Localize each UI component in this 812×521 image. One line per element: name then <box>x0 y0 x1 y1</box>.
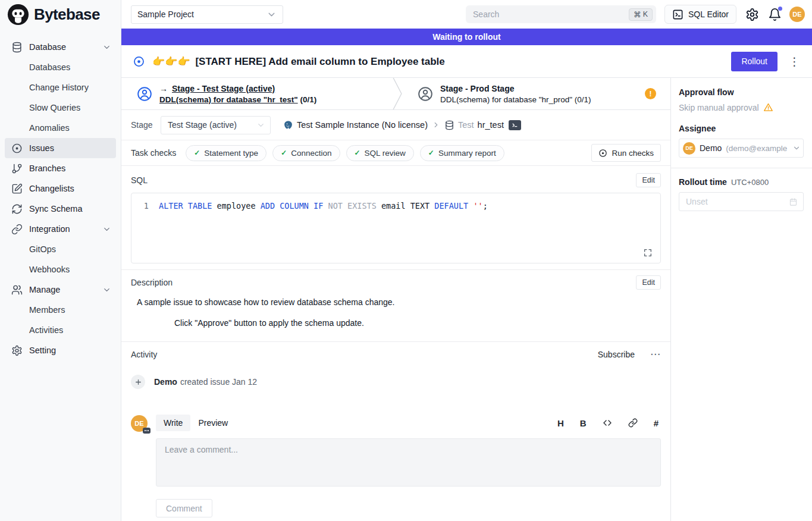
rollout-time-label: Rollout time <box>679 177 727 187</box>
sidebar-item-label: Members <box>29 305 65 315</box>
global-search[interactable]: ⌘ K <box>466 5 656 23</box>
stage-pipeline: → Stage - Test Stage (active) DDL(schema… <box>121 78 670 110</box>
sidebar-item-activities[interactable]: Activities <box>5 320 116 340</box>
subscribe-button[interactable]: Subscribe <box>598 350 635 359</box>
stage-task: DDL(schema) for database "hr_prod" <box>440 95 572 104</box>
stage-warning-badge: ! <box>645 88 656 99</box>
sync-icon <box>11 203 23 215</box>
stage-select[interactable]: Test Stage (active) <box>161 116 271 134</box>
sql-token: ADD COLUMN IF <box>261 200 324 212</box>
expand-fullscreen-icon[interactable] <box>643 248 653 258</box>
topbar-right: ⌘ K SQL Editor DE <box>466 5 805 24</box>
issue-header: 👉👉👉 [START HERE] Add email column to Emp… <box>121 45 812 78</box>
search-input[interactable] <box>473 10 629 19</box>
sidebar-item-webhooks[interactable]: Webhooks <box>5 259 116 280</box>
sidebar-item-label: Issues <box>29 143 54 153</box>
sql-edit-button[interactable]: Edit <box>636 173 661 187</box>
instance-name[interactable]: Test Sample Instance (No license) <box>297 120 428 130</box>
chevron-right-icon <box>432 121 440 129</box>
check-sql-review[interactable]: ✓SQL review <box>346 145 414 161</box>
sql-token <box>323 200 328 212</box>
project-selector[interactable]: Sample Project <box>131 5 283 24</box>
database-icon <box>11 42 23 53</box>
sidebar-item-label: Integration <box>29 224 70 234</box>
brand-name: Bytebase <box>34 5 100 24</box>
approval-flow-value: Skip manual approval <box>679 103 759 112</box>
circle-dot-icon <box>11 143 23 154</box>
assignee-email: (demo@example <box>726 144 788 153</box>
stage-select-value: Test Stage (active) <box>168 120 237 130</box>
more-horizontal-icon[interactable]: ⋯ <box>650 348 661 360</box>
sidebar-item-integration[interactable]: Integration <box>5 219 116 239</box>
sidebar-item-label: Branches <box>29 164 65 173</box>
sidebar-item-label: Database <box>29 42 66 52</box>
task-check-pills: ✓Statement type ✓Connection ✓SQL review … <box>186 145 504 161</box>
sidebar-item-label: Slow Queries <box>29 103 80 112</box>
sidebar-item-label: Webhooks <box>29 265 70 274</box>
sql-token: ; <box>483 200 488 212</box>
bytebase-logo-icon <box>7 4 29 26</box>
heading-icon[interactable]: H <box>557 418 564 428</box>
comment-avatar: DE <box>131 415 148 432</box>
settings-gear-button[interactable] <box>745 8 759 21</box>
sql-token: ALTER TABLE <box>159 200 212 212</box>
bold-icon[interactable]: B <box>580 418 587 428</box>
rollout-button[interactable]: Rollout <box>731 52 777 71</box>
run-checks-button[interactable]: Run checks <box>591 144 661 162</box>
check-statement-type[interactable]: ✓Statement type <box>186 145 267 161</box>
sidebar-item-manage[interactable]: Manage <box>5 280 116 300</box>
open-sql-editor-icon[interactable] <box>509 120 521 130</box>
pipeline-stage-test[interactable]: → Stage - Test Stage (active) DDL(schema… <box>121 78 393 109</box>
tab-preview[interactable]: Preview <box>190 415 236 431</box>
comment-input[interactable] <box>156 438 661 487</box>
sidebar-item-database[interactable]: Database <box>5 37 116 57</box>
sidebar-item-gitops[interactable]: GitOps <box>5 239 116 259</box>
gear-icon <box>11 345 23 356</box>
sidebar-item-label: Anomalies <box>29 123 70 133</box>
sidebar-item-change-history[interactable]: Change History <box>5 77 116 98</box>
code-icon[interactable] <box>603 418 612 428</box>
sidebar-item-changelists[interactable]: Changelists <box>5 178 116 199</box>
sidebar-item-anomalies[interactable]: Anomalies <box>5 118 116 138</box>
sidebar-item-setting[interactable]: Setting <box>5 340 116 360</box>
sql-token: '' <box>473 200 482 212</box>
check-pass-icon: ✓ <box>281 149 287 157</box>
sidebar-item-members[interactable]: Members <box>5 300 116 320</box>
chevron-down-icon <box>102 225 111 234</box>
task-checks-label: Task checks <box>131 148 176 158</box>
more-vertical-icon[interactable]: ⋮ <box>789 56 800 67</box>
sidebar-item-databases[interactable]: Databases <box>5 57 116 77</box>
hash-icon[interactable]: # <box>654 418 659 428</box>
link-icon[interactable] <box>628 418 638 428</box>
sidebar-item-issues[interactable]: Issues <box>5 138 116 158</box>
sidebar-item-sync-schema[interactable]: Sync Schema <box>5 199 116 219</box>
assignee-select[interactable]: DE Demo (demo@example <box>679 139 804 158</box>
brand-logo[interactable]: Bytebase <box>0 0 121 29</box>
pointing-hand-emoji: 👉👉👉 <box>152 56 190 67</box>
status-banner: Waiting to rollout <box>121 29 812 45</box>
database-name[interactable]: hr_test <box>478 120 504 130</box>
issue-open-icon <box>133 56 145 67</box>
tab-write[interactable]: Write <box>156 415 190 431</box>
description-edit-button[interactable]: Edit <box>636 275 661 290</box>
notifications-bell-button[interactable] <box>768 8 782 21</box>
main-column: Sample Project ⌘ K SQL Editor <box>121 0 812 521</box>
sql-code-editor[interactable]: 1ALTER TABLE employee ADD COLUMN IF NOT … <box>131 193 661 263</box>
check-connection[interactable]: ✓Connection <box>272 145 340 161</box>
sidebar-item-slow-queries[interactable]: Slow Queries <box>5 98 116 118</box>
stage-name: Stage - Test Stage (active) <box>172 84 275 93</box>
user-avatar[interactable]: DE <box>789 7 805 22</box>
check-summary-report[interactable]: ✓Summary report <box>420 145 504 161</box>
pipeline-stage-prod[interactable]: Stage - Prod Stage DDL(schema) for datab… <box>403 78 670 109</box>
comment-submit-button[interactable]: Comment <box>156 499 212 517</box>
database-breadcrumb: Test Sample Instance (No license) Test h… <box>283 120 521 130</box>
rollout-time-picker[interactable]: Unset <box>679 192 804 211</box>
issue-main-pane: → Stage - Test Stage (active) DDL(schema… <box>121 78 671 521</box>
sidebar-item-branches[interactable]: Branches <box>5 158 116 178</box>
sql-editor-button[interactable]: SQL Editor <box>664 5 736 24</box>
description-label: Description <box>131 278 173 287</box>
task-checks-row: Task checks ✓Statement type ✓Connection … <box>121 140 670 166</box>
check-pass-icon: ✓ <box>194 149 200 157</box>
markdown-toolbar: H B # <box>557 418 661 428</box>
sidebar-nav: Database Databases Change History Slow Q… <box>0 29 121 360</box>
